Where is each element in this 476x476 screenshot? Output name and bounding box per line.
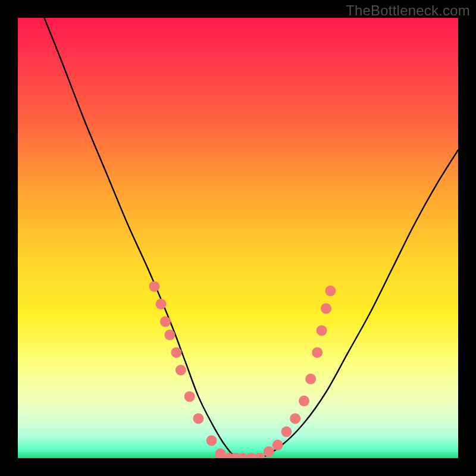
curve-marker (206, 435, 217, 446)
chart-frame: TheBottleneck.com (0, 0, 476, 476)
curve-marker (290, 413, 300, 424)
curve-marker (264, 446, 274, 457)
curve-layer (18, 18, 458, 458)
curve-marker (273, 440, 283, 450)
curve-marker (321, 303, 331, 314)
curve-marker (156, 299, 167, 309)
curve-marker (184, 391, 195, 402)
curve-marker (164, 330, 175, 340)
curve-marker (325, 286, 336, 296)
plot-area (18, 18, 458, 458)
curve-marker (299, 396, 309, 406)
curve-marker (193, 413, 203, 424)
curve-marker (281, 427, 292, 437)
curve-marker (176, 365, 186, 375)
curve-marker (305, 374, 316, 384)
curve-marker (255, 453, 265, 458)
curve-marker (171, 347, 181, 358)
curve-markers (149, 281, 336, 458)
curve-marker (312, 347, 322, 358)
bottleneck-curve (44, 18, 458, 458)
watermark-text: TheBottleneck.com (346, 2, 470, 19)
curve-marker (160, 317, 171, 327)
curve-marker (317, 325, 327, 336)
curve-marker (149, 281, 159, 292)
